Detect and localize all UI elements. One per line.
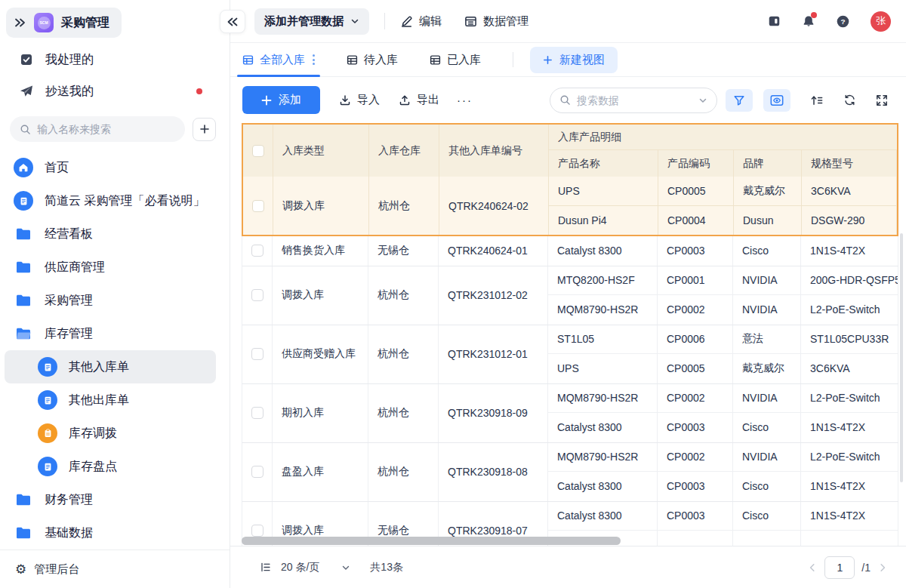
data-manage-button[interactable]: 数据管理	[464, 14, 528, 29]
page-number-input[interactable]	[824, 556, 855, 579]
vertical-scrollbar-thumb[interactable]	[900, 233, 903, 482]
pagination-bar: 20 条/页 共13条 /1	[230, 546, 906, 588]
sort-button[interactable]	[805, 89, 829, 112]
mode-dropdown[interactable]: 添加并管理数据	[254, 8, 369, 35]
expand-sidebar-icon[interactable]	[14, 17, 26, 28]
cell-brand: Dusun	[734, 206, 802, 236]
cell-product-name: MQM8790-HS2R	[548, 295, 658, 325]
tab-menu-icon[interactable]	[313, 54, 315, 65]
export-button[interactable]: 导出	[399, 93, 439, 107]
help-icon[interactable]: ?	[836, 14, 850, 29]
sidebar-item-home[interactable]: 首页	[0, 151, 230, 184]
sidebar-item-label: 供应商管理	[45, 260, 105, 276]
admin-backend-link[interactable]: ⚙ 管理后台	[0, 550, 230, 588]
chevron-down-icon[interactable]	[698, 96, 707, 105]
row-checkbox-cell	[242, 325, 273, 383]
more-actions-button[interactable]: ···	[457, 94, 473, 106]
cell-spec: 1N1S-4T2X	[801, 502, 898, 531]
sidebar-item-finance[interactable]: 财务管理	[0, 483, 230, 516]
search-icon	[20, 124, 31, 135]
folder-icon	[14, 257, 33, 277]
table-row[interactable]: 调拨入库杭州仓QTRK240624-02UPSCP0005戴克威尔3C6KVAD…	[243, 177, 897, 235]
refresh-button[interactable]	[837, 89, 861, 112]
table-grid-icon	[464, 15, 477, 28]
table-toolbar: 添加 导入 导出 ···	[230, 77, 906, 119]
import-button[interactable]: 导入	[339, 93, 380, 107]
cell-brand	[733, 531, 801, 546]
sidebar-item-my-tasks[interactable]: 我处理的	[0, 44, 230, 75]
sidebar-item-guide[interactable]: 简道云 采购管理「必看说明」	[0, 184, 230, 217]
page-size-select[interactable]: 20 条/页	[260, 561, 350, 574]
cell-spec: L2-PoE-Switch	[801, 295, 898, 325]
cell-product-code: CP0004	[658, 206, 734, 236]
table-row[interactable]: 盘盈入库杭州仓QTRK230918-08MQM8790-HS2RCP0002NV…	[242, 443, 898, 502]
tab-pending-inbound[interactable]: 待入库	[347, 43, 398, 76]
folder-icon	[14, 224, 33, 244]
prev-page-button[interactable]	[807, 562, 818, 573]
column-header-type: 入库类型	[273, 125, 369, 177]
field-display-button[interactable]	[763, 89, 790, 112]
cell-spec: L2-PoE-Switch	[801, 384, 898, 413]
row-checkbox[interactable]	[251, 289, 263, 301]
sidebar-item-cc-me[interactable]: 抄送我的	[0, 75, 230, 107]
cell-product-code: CP0003	[658, 502, 733, 531]
table-row[interactable]: 供应商受赠入库杭州仓QTRK231012-01ST1L05CP0006意法ST1…	[242, 325, 898, 384]
row-checkbox[interactable]	[251, 466, 263, 478]
sidebar-item-supplier[interactable]: 供应商管理	[0, 251, 230, 284]
edit-button[interactable]: 编辑	[400, 14, 442, 29]
column-header-product-name: 产品名称	[549, 150, 658, 177]
cell-brand: 戴克威尔	[733, 354, 801, 383]
next-page-button[interactable]	[877, 562, 888, 573]
side-panel-icon[interactable]	[767, 14, 781, 28]
collapse-panel-button[interactable]	[220, 10, 245, 33]
sidebar-search-input[interactable]	[37, 123, 175, 135]
row-checkbox-cell	[242, 443, 273, 501]
table-row[interactable]: 销售换货入库无锡仓QTRK240624-01Catalyst 8300CP000…	[242, 236, 898, 266]
cell-spec: 3C6KVA	[801, 354, 898, 383]
add-record-label: 添加	[279, 93, 301, 107]
row-checkbox[interactable]	[251, 525, 263, 537]
table-view-icon	[430, 54, 441, 66]
product-subrow: UPSCP0005戴克威尔3C6KVA	[549, 177, 897, 206]
tab-all-inbound[interactable]: 全部入库	[242, 43, 315, 76]
cell-product-code: CP0002	[658, 295, 733, 325]
new-item-button[interactable]	[193, 118, 216, 141]
cell-inbound-type: 期初入库	[273, 384, 368, 442]
row-checkbox-cell	[242, 266, 273, 325]
row-checkbox[interactable]	[252, 200, 264, 212]
sidebar-item-stock-take[interactable]: 库存盘点	[0, 450, 230, 483]
table-row[interactable]: 调拨入库杭州仓QTRK231012-02MTQ8200-HS2FCP0001NV…	[242, 266, 898, 325]
product-subrow: Catalyst 8300CP0003Cisco1N1S-4T2X	[548, 413, 898, 442]
sidebar-item-other-inbound[interactable]: 其他入库单	[5, 350, 216, 383]
cell-brand: NVIDIA	[733, 266, 801, 295]
sidebar-item-other-outbound[interactable]: 其他出库单	[0, 383, 230, 417]
new-view-label: 新建视图	[559, 53, 605, 67]
add-record-button[interactable]: 添加	[242, 86, 320, 114]
new-view-button[interactable]: 新建视图	[530, 47, 618, 73]
sidebar-item-purchase[interactable]: 采购管理	[0, 284, 230, 317]
sidebar-item-dashboard[interactable]: 经营看板	[0, 217, 230, 251]
app-switcher[interactable]: SCM 采购管理	[6, 8, 122, 38]
row-checkbox[interactable]	[251, 348, 263, 360]
task-done-icon	[19, 52, 34, 67]
row-checkbox[interactable]	[251, 245, 263, 257]
select-all-checkbox[interactable]	[252, 145, 264, 157]
notifications-bell-icon[interactable]	[802, 14, 815, 29]
cell-spec: 1N1S-4T2X	[801, 472, 898, 501]
cell-inbound-type: 供应商受赠入库	[273, 325, 368, 383]
row-checkbox[interactable]	[251, 407, 263, 419]
table-row[interactable]: 期初入库杭州仓QTRK230918-09MQM8790-HS2RCP0002NV…	[242, 384, 898, 443]
avatar[interactable]: 张	[871, 11, 891, 32]
table-search-box[interactable]	[550, 88, 717, 113]
sidebar-item-stock-transfer[interactable]: 库存调拨	[0, 417, 230, 450]
sidebar-item-base-data[interactable]: 基础数据	[0, 516, 230, 550]
cell-order-code: QTRK240624-01	[439, 236, 548, 266]
filter-button[interactable]	[726, 89, 753, 112]
sidebar-search-box[interactable]	[10, 116, 185, 142]
table-search-input[interactable]	[577, 94, 692, 106]
row-checkbox-cell	[242, 384, 273, 442]
fullscreen-button[interactable]	[870, 89, 894, 112]
tab-done-inbound[interactable]: 已入库	[430, 43, 481, 76]
horizontal-scrollbar-thumb[interactable]	[242, 537, 621, 545]
sidebar-item-inventory[interactable]: 库存管理	[0, 317, 230, 350]
